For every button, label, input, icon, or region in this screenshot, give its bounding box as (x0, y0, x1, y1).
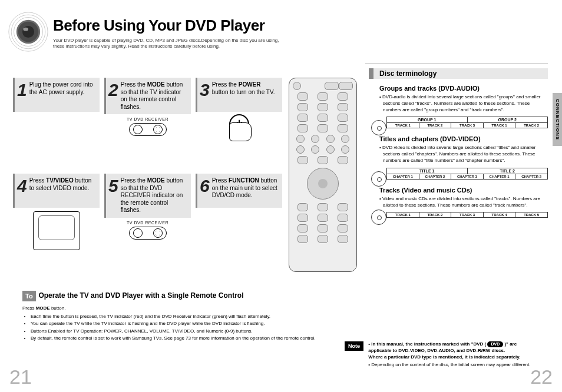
step-number: 2 (108, 82, 121, 98)
groups-diagram: GROUP 1GROUP 2 TRACK 1TRACK 2TRACK 3TRAC… (375, 117, 548, 128)
tracks-diagram: TRACK 1TRACK 2TRACK 3TRACK 4TRACK 5 (375, 212, 548, 218)
step-text: Press the MODE button so that the TV ind… (121, 81, 187, 111)
step-text: Press the POWER button to turn on the TV… (212, 81, 279, 96)
step-3: 3 Press the POWER button to turn on the … (196, 78, 282, 112)
chapter-row: CHAPTER 1CHAPTER 2CHAPTER 3CHAPTER 1CHAP… (387, 174, 547, 179)
step-2: 2 Press the MODE button so that the TV i… (104, 78, 191, 114)
remote-control-icon (289, 78, 357, 272)
setup-steps: 1 Plug the power cord into the AC power … (13, 78, 280, 283)
step-6: 6 Press FUNCTION button on the main unit… (196, 174, 282, 208)
manual-spread: Before Using Your DVD Player Your DVD pl… (0, 0, 562, 392)
svg-point-5 (22, 26, 34, 38)
step-number: 3 (200, 82, 212, 98)
step-number: 1 (17, 82, 29, 98)
operate-section: To Operate the TV and DVD Player with a … (22, 291, 339, 343)
note-section: Note • In this manual, the instructions … (345, 341, 548, 368)
page-number-right: 22 (530, 366, 553, 388)
mode-switch-icon (129, 123, 167, 136)
titles-text: DVD-video is divided into several large … (383, 145, 548, 164)
step-text: Press the MODE button so that the DVD RE… (121, 177, 187, 214)
step-1: 1 Plug the power cord into the AC power … (13, 78, 100, 112)
section-tab: CONNECTIONS (553, 93, 562, 146)
groups-text: DVD-audio is divided into several large … (383, 94, 548, 113)
titles-diagram: TITLE 1TITLE 2 CHAPTER 1CHAPTER 2CHAPTER… (375, 168, 548, 180)
tv-icon (33, 211, 80, 250)
svg-point-6 (23, 28, 28, 31)
operate-first-line: Press MODE button. (22, 305, 339, 312)
section-heading: Disc terminology (369, 68, 548, 79)
operate-bullets: Each time the button is pressed, the TV … (22, 313, 339, 342)
disc-icon (371, 171, 386, 187)
tracks-heading: Tracks (Video and music CDs) (379, 187, 548, 194)
speaker-icon (7, 11, 49, 53)
intro-text: Your DVD player is capable of playing DV… (53, 38, 289, 50)
group-track-row: TRACK 1TRACK 2TRACK 3TRACK 1TRACK 2 (387, 123, 547, 128)
step-5: 5 Press the MODE button so that the DVD … (104, 174, 191, 218)
step-text: Press TV/VIDEO button to select VIDEO mo… (29, 177, 96, 192)
step-number: 6 (200, 178, 212, 194)
operate-title: Operate the TV and DVD Player with a Sin… (38, 291, 243, 300)
to-badge: To (22, 291, 36, 301)
switch-label: TV DVD RECEIVER (127, 117, 168, 121)
cd-track-row: TRACK 1TRACK 2TRACK 3TRACK 4TRACK 5 (387, 212, 547, 217)
note-badge: Note (345, 341, 363, 351)
tracks-text: Video and music CDs are divided into sec… (383, 196, 548, 209)
step-number: 4 (17, 178, 29, 194)
mode-switch-icon (129, 227, 167, 240)
step-text: Plug the power cord into the AC power su… (29, 81, 96, 96)
group-header-row: GROUP 1GROUP 2 (387, 117, 547, 123)
disc-terminology: Disc terminology Groups and tracks (DVD-… (369, 68, 548, 225)
titles-heading: Titles and chapters (DVD-VIDEO) (379, 135, 548, 142)
divider (365, 64, 548, 64)
power-press-icon: ⏻ (226, 114, 253, 141)
step-number: 5 (108, 178, 121, 194)
page-title: Before Using Your DVD Player (53, 16, 265, 35)
dvd-pill-icon: DVD (487, 341, 503, 347)
disc-icon (371, 210, 386, 225)
switch-label: TV DVD RECEIVER (127, 221, 168, 225)
disc-icon (371, 120, 386, 135)
step-4: 4 Press TV/VIDEO button to select VIDEO … (13, 174, 100, 208)
page-number-left: 21 (9, 366, 32, 388)
title-header-row: TITLE 1TITLE 2 (387, 168, 547, 174)
step-text: Press FUNCTION button on the main unit t… (212, 177, 279, 200)
groups-heading: Groups and tracks (DVD-AUDIO) (379, 85, 548, 92)
